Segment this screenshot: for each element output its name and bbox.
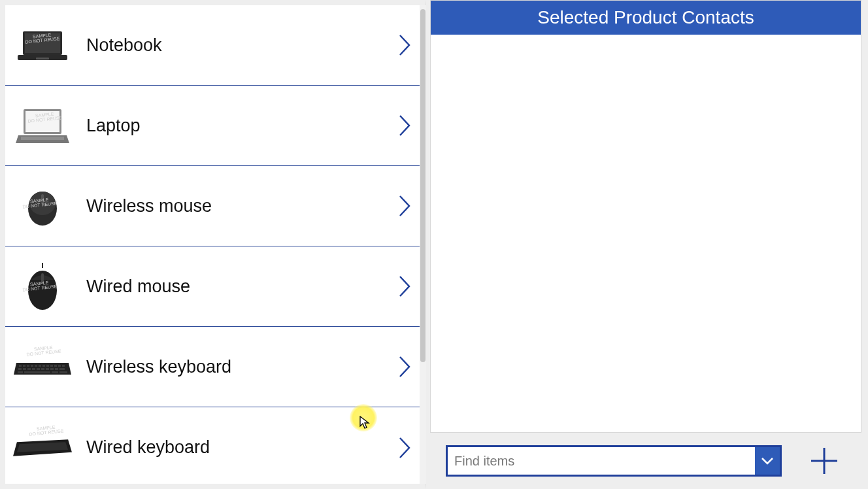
contacts-panel: Selected Product Contacts	[430, 0, 861, 433]
product-name: Wired keyboard	[86, 437, 397, 458]
combo-dropdown-button[interactable]	[755, 447, 780, 475]
svg-rect-38	[52, 371, 58, 373]
svg-rect-24	[58, 365, 61, 367]
product-name: Wired mouse	[86, 277, 397, 297]
svg-rect-16	[27, 365, 29, 367]
laptop-icon: SAMPLEDO NOT REUSE	[13, 101, 72, 150]
svg-rect-27	[23, 368, 26, 370]
chevron-right-icon	[397, 435, 414, 461]
plus-icon	[809, 445, 840, 477]
product-list-pane: SAMPLEDO NOT REUSE Notebook SAMPLEDO NOT…	[0, 0, 426, 489]
svg-rect-21	[46, 365, 49, 367]
wired-mouse-icon: SAMPLEDO NOT REUSE	[13, 261, 72, 311]
svg-rect-14	[19, 365, 22, 367]
product-name: Wireless mouse	[86, 196, 397, 216]
wired-keyboard-icon: SAMPLEDO NOT REUSE	[13, 423, 72, 473]
wireless-keyboard-icon: SAMPLEDO NOT REUSE	[13, 342, 72, 392]
contacts-body	[431, 35, 861, 432]
svg-rect-12	[41, 273, 44, 284]
product-name: Laptop	[86, 116, 397, 136]
contacts-header: Selected Product Contacts	[431, 1, 861, 35]
svg-rect-10	[41, 194, 44, 203]
scrollbar-thumb[interactable]	[420, 9, 426, 362]
svg-rect-36	[18, 371, 23, 373]
find-items-combo[interactable]	[446, 445, 782, 477]
product-name: Notebook	[86, 35, 397, 56]
svg-rect-28	[27, 368, 31, 370]
product-row-wired-keyboard[interactable]: SAMPLEDO NOT REUSE Wired keyboard	[5, 407, 426, 488]
left-scrollbar[interactable]	[420, 5, 426, 484]
svg-rect-15	[23, 365, 25, 367]
chevron-right-icon	[397, 193, 414, 219]
product-row-wireless-keyboard[interactable]: SAMPLEDO NOT REUSE Wireless keyboard	[5, 327, 426, 407]
svg-rect-7	[21, 137, 64, 140]
product-row-wired-mouse[interactable]: SAMPLEDO NOT REUSE Wired mouse	[5, 246, 426, 327]
svg-rect-19	[39, 365, 41, 367]
contacts-title: Selected Product Contacts	[537, 7, 754, 28]
product-row-laptop[interactable]: SAMPLEDO NOT REUSE Laptop	[5, 86, 426, 166]
svg-rect-3	[36, 58, 49, 59]
product-row-wireless-mouse[interactable]: SAMPLEDO NOT REUSE Wireless mouse	[5, 166, 426, 246]
add-button[interactable]	[808, 445, 841, 477]
svg-rect-33	[50, 368, 54, 370]
svg-rect-25	[62, 365, 65, 367]
svg-rect-34	[55, 368, 58, 370]
svg-rect-31	[41, 368, 44, 370]
svg-rect-1	[25, 33, 60, 53]
chevron-right-icon	[397, 273, 414, 299]
product-name: Wireless keyboard	[86, 357, 397, 377]
svg-rect-5	[25, 111, 59, 132]
bottom-toolbar	[446, 445, 858, 477]
wireless-mouse-icon: SAMPLEDO NOT REUSE	[13, 181, 72, 231]
product-row-notebook[interactable]: SAMPLEDO NOT REUSE Notebook	[5, 5, 426, 86]
app-root: SAMPLEDO NOT REUSE Notebook SAMPLEDO NOT…	[0, 0, 868, 489]
svg-rect-18	[35, 365, 37, 367]
svg-rect-29	[32, 368, 35, 370]
svg-rect-32	[46, 368, 49, 370]
product-list: SAMPLEDO NOT REUSE Notebook SAMPLEDO NOT…	[5, 5, 426, 488]
svg-rect-30	[37, 368, 40, 370]
notebook-icon: SAMPLEDO NOT REUSE	[13, 20, 72, 70]
svg-rect-23	[54, 365, 57, 367]
find-items-input[interactable]	[448, 447, 755, 475]
svg-rect-39	[59, 371, 67, 373]
chevron-right-icon	[397, 112, 414, 139]
svg-rect-37	[24, 371, 50, 373]
svg-rect-20	[42, 365, 45, 367]
svg-rect-35	[59, 368, 65, 370]
svg-rect-17	[31, 365, 33, 367]
svg-rect-22	[50, 365, 53, 367]
chevron-right-icon	[397, 32, 414, 58]
chevron-down-icon	[760, 456, 775, 466]
chevron-right-icon	[397, 354, 414, 380]
contacts-pane: Selected Product Contacts	[426, 0, 868, 489]
svg-rect-26	[18, 368, 22, 370]
